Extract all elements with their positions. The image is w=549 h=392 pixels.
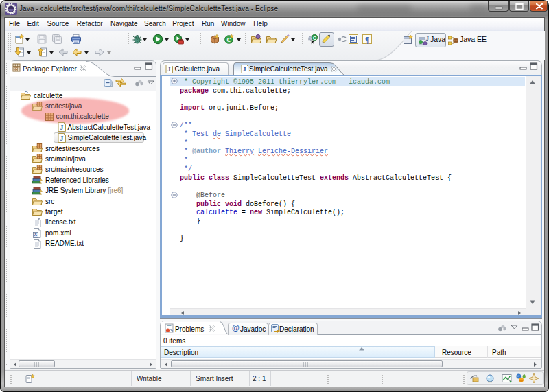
svg-text:J: J [60,135,63,141]
svg-text:J: J [167,66,171,73]
svg-text:C: C [226,36,231,43]
svg-text:J: J [426,35,430,42]
svg-text:C: C [313,35,317,41]
svg-text:X: X [34,232,38,237]
svg-text:J: J [60,124,63,131]
svg-text:J: J [243,66,246,73]
